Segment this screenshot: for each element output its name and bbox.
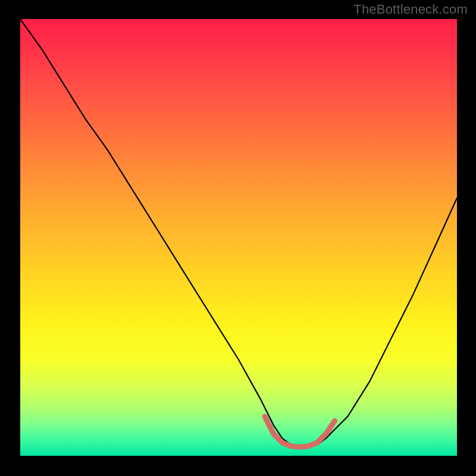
chart-frame: TheBottleneck.com (0, 0, 476, 476)
watermark-text: TheBottleneck.com (353, 2, 468, 17)
curve-path (20, 19, 457, 447)
plot-area (20, 19, 457, 456)
bottleneck-curve (20, 19, 457, 456)
highlight-path (265, 416, 335, 447)
